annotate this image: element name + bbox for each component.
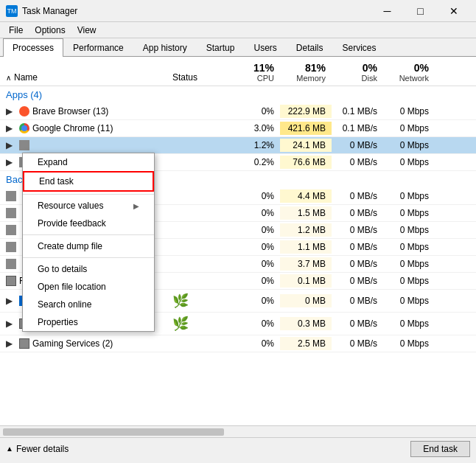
expand-icon[interactable]: ▶ <box>6 318 16 329</box>
bg1-disk: 0 MB/s <box>332 189 383 203</box>
col-memory[interactable]: 81% Memory <box>280 60 332 84</box>
properties-label: Properties <box>38 317 78 327</box>
bg4-memory: 1.1 MB <box>280 240 332 254</box>
context-expand[interactable]: Expand <box>23 153 154 171</box>
feeds-disk: 0 MB/s <box>332 294 383 307</box>
apps-group-header: Apps (4) <box>0 86 476 103</box>
context-end-task[interactable]: End task <box>23 171 154 192</box>
col-status[interactable]: Status <box>169 71 228 84</box>
bg3-memory: 1.2 MB <box>280 223 332 237</box>
tab-performance[interactable]: Performance <box>63 38 133 57</box>
expand-icon[interactable]: ▶ <box>6 157 16 167</box>
process-list[interactable]: Apps (4) ▶ Brave Browser (13) 0% 222.9 M… <box>0 86 476 425</box>
search-online-label: Search online <box>38 299 91 310</box>
chrome-network: 0 Mbps <box>383 122 435 135</box>
bg3-network: 0 Mbps <box>383 223 435 237</box>
chrome-cpu: 3.0% <box>228 122 280 135</box>
bg2-disk: 0 MB/s <box>332 206 383 220</box>
memory-percent: 81% <box>286 62 326 74</box>
bg1-network: 0 Mbps <box>383 189 435 203</box>
filmstv-network: 0 Mbps <box>383 317 435 330</box>
submenu-arrow-icon: ▶ <box>133 202 139 210</box>
tab-app-history[interactable]: App history <box>133 38 197 57</box>
table-row[interactable]: ▶ Brave Browser (13) 0% 222.9 MB 0.1 MB/… <box>0 103 476 120</box>
menu-view[interactable]: View <box>71 24 102 36</box>
title-bar-left: TM Task Manager <box>6 5 77 17</box>
gaming-cpu: 0% <box>228 337 280 350</box>
menu-options[interactable]: Options <box>29 24 71 36</box>
context-menu: Expand End task Resource values ▶ Provid… <box>22 153 155 332</box>
row-name-chrome: ▶ Google Chrome (11) <box>0 122 169 135</box>
name-header-label: Name <box>14 72 38 83</box>
tab-users[interactable]: Users <box>244 38 286 57</box>
gaming-network: 0 Mbps <box>383 337 435 350</box>
brave-label: Brave Browser (13) <box>32 106 108 116</box>
column-headers: ∧ Name Status 11% CPU 81% Memory 0% Disk… <box>0 57 476 86</box>
app4-network: 0 Mbps <box>383 156 435 169</box>
expand-icon[interactable]: ▶ <box>6 140 16 150</box>
tab-processes[interactable]: Processes <box>3 38 63 57</box>
tab-details[interactable]: Details <box>287 38 333 57</box>
separator <box>23 194 154 195</box>
feeds-status: 🌿 <box>169 291 228 310</box>
background-group-label: Bac <box>6 174 22 185</box>
sort-arrow-icon: ∧ <box>6 74 11 82</box>
expand-icon[interactable]: ▶ <box>6 296 16 306</box>
gaming-label: Gaming Services (2) <box>32 338 113 349</box>
tab-services[interactable]: Services <box>333 38 386 57</box>
bg4-icon <box>6 242 16 252</box>
bg1-icon <box>6 191 16 201</box>
filmstv-status: 🌿 <box>169 314 228 333</box>
menu-bar: File Options View <box>0 22 476 38</box>
context-open-file-location[interactable]: Open file location <box>23 278 154 296</box>
status-header-label: Status <box>172 72 197 83</box>
app4-memory: 76.6 MB <box>280 156 332 169</box>
tab-bar: Processes Performance App history Startu… <box>0 38 476 57</box>
horizontal-scrollbar[interactable] <box>0 425 476 437</box>
chrome-icon <box>19 123 29 133</box>
maximize-button[interactable]: □ <box>404 0 437 22</box>
context-create-dump[interactable]: Create dump file <box>23 237 154 255</box>
bg3-cpu: 0% <box>228 223 280 237</box>
minimize-button[interactable]: ─ <box>371 0 404 22</box>
disk-label: Disk <box>337 74 377 83</box>
expand-icon[interactable]: ▶ <box>6 123 16 133</box>
col-network[interactable]: 0% Network <box>383 60 435 84</box>
bg5-icon <box>6 259 16 269</box>
context-search-online[interactable]: Search online <box>23 296 154 313</box>
end-task-footer-button[interactable]: End task <box>410 441 470 457</box>
chrome-disk: 0.1 MB/s <box>332 122 383 135</box>
context-resource-values[interactable]: Resource values ▶ <box>23 197 154 215</box>
ctx-disk: 0 MB/s <box>332 139 383 152</box>
brave-network: 0 Mbps <box>383 105 435 118</box>
table-row[interactable]: ▶ Google Chrome (11) 3.0% 421.6 MB 0.1 M… <box>0 120 476 137</box>
col-name[interactable]: ∧ Name <box>0 71 169 84</box>
col-disk[interactable]: 0% Disk <box>332 60 383 84</box>
app4-disk: 0 MB/s <box>332 156 383 169</box>
disk-percent: 0% <box>337 62 377 74</box>
tab-startup[interactable]: Startup <box>197 38 245 57</box>
bg2-cpu: 0% <box>228 206 280 220</box>
table-row[interactable]: ▶ Gaming Services (2) 0% 2.5 MB 0 MB/s 0… <box>0 335 476 352</box>
chrome-status <box>169 127 228 130</box>
expand-icon[interactable]: ▶ <box>6 338 16 349</box>
expand-icon[interactable]: ▶ <box>6 106 16 116</box>
context-properties[interactable]: Properties <box>23 313 154 331</box>
network-label: Network <box>389 74 429 83</box>
menu-file[interactable]: File <box>3 24 29 36</box>
network-percent: 0% <box>389 62 429 74</box>
fodhelper-network: 0 Mbps <box>383 274 435 288</box>
bg2-icon <box>6 208 16 218</box>
col-cpu[interactable]: 11% CPU <box>228 60 280 84</box>
end-task-label: End task <box>39 176 74 187</box>
table-row[interactable]: ▶ 1.2% 24.1 MB 0 MB/s 0 Mbps <box>0 137 476 154</box>
fewer-details-button[interactable]: ▲ Fewer details <box>6 444 69 454</box>
context-provide-feedback[interactable]: Provide feedback <box>23 215 154 232</box>
row-name-ctx: ▶ <box>0 139 169 152</box>
fodhelper-disk: 0 MB/s <box>332 274 383 288</box>
context-go-to-details[interactable]: Go to details <box>23 260 154 278</box>
brave-status <box>169 110 228 113</box>
close-button[interactable]: ✕ <box>437 0 470 22</box>
fodhelper-icon <box>6 276 16 286</box>
gaming-disk: 0 MB/s <box>332 337 383 350</box>
